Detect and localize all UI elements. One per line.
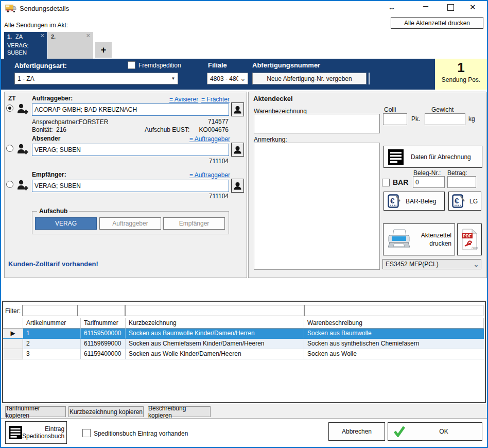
speditionsbuch-checkbox[interactable] (82, 429, 91, 437)
cell-warenbeschreibung[interactable]: Socken aus Wolle (304, 349, 484, 359)
filter-input-tarifnummer[interactable] (78, 305, 125, 316)
aufschub-auftraggeber-label: Auftraggeber (112, 220, 148, 227)
bar-checkbox[interactable] (382, 179, 390, 186)
cancel-button[interactable]: Abbrechen (328, 422, 385, 441)
absender-radio[interactable] (6, 145, 13, 152)
ok-button[interactable]: OK (388, 422, 482, 441)
cell-artikelnummer[interactable]: 1 (23, 329, 81, 339)
row-selector[interactable] (3, 339, 23, 349)
filiale-value: 4803 - 480 (207, 75, 238, 82)
document-lines-icon (388, 149, 404, 165)
daten-abrechnung-button[interactable]: Daten für Abrechnung (384, 146, 482, 168)
table-row[interactable]: ▶ 1 61159500000 Socken aus Baumwolle Kin… (3, 329, 484, 339)
column-header-kurzbezeichnung[interactable]: Kurzbezeichnung (126, 318, 304, 329)
colli-input[interactable] (383, 113, 407, 125)
bar-beleg-button[interactable]: € BAR-Beleg (384, 192, 445, 211)
gewicht-input[interactable] (425, 113, 465, 125)
person-add-icon[interactable] (16, 179, 29, 192)
aktenzettel-label-line1: Aktenzettel (415, 231, 451, 239)
empfaenger-input[interactable] (32, 180, 229, 192)
copy-kurzbezeichnung-button[interactable]: Kurzbezeichnung kopieren (68, 406, 144, 417)
cell-tarifnummer[interactable]: 61159400000 (81, 349, 126, 359)
table-row[interactable]: 2 61159699000 Socken aus Chemiefasern Ki… (3, 339, 484, 349)
sendungsdetails-window: Sendungsdetails ↔ ─ ✕ Alle Sendungen im … (0, 0, 488, 448)
aufschub-auftraggeber-button[interactable]: Auftraggeber (99, 217, 161, 230)
avisierer-link[interactable]: = Avisierer (169, 96, 198, 103)
cell-artikelnummer[interactable]: 2 (23, 339, 81, 349)
svg-text:€: € (455, 196, 459, 205)
anmerkung-textarea[interactable] (254, 143, 380, 270)
filter-input-warenbeschreibung[interactable] (304, 305, 483, 316)
aufschub-empfaenger-button[interactable]: Empfänger (163, 217, 225, 230)
zolltarif-note: Kunden-Zolltarif vorhanden! (8, 260, 98, 268)
filter-input-kurzbezeichnung[interactable] (125, 305, 304, 316)
lg-button[interactable]: € LG (448, 192, 481, 211)
person-add-icon[interactable] (16, 103, 29, 115)
cell-kurzbezeichnung[interactable]: Socken aus Baumwolle Kinder/Damen/Herren (126, 329, 304, 339)
warenbezeichnung-input[interactable] (254, 114, 380, 133)
column-header-warenbeschreibung[interactable]: Warenbeschreibung (304, 318, 484, 329)
daten-abrechnung-label: Daten für Abrechnung (411, 153, 471, 161)
cell-warenbeschreibung[interactable]: Socken aus Baumwolle (304, 329, 484, 339)
column-header-tarifnummer[interactable]: Tarifnummer (81, 318, 126, 329)
add-tab-button[interactable]: + (95, 42, 112, 58)
fraechter-link[interactable]: = Frächter (201, 96, 230, 103)
table-row[interactable]: 3 61159400000 Socken aus Wolle Kinder/Da… (3, 349, 484, 359)
absender-input[interactable] (32, 144, 229, 156)
empfaenger-radio[interactable] (6, 181, 13, 188)
filiale-select[interactable]: 4803 - 480 ⌄ (207, 73, 248, 84)
auftraggeber-number: 714577 (188, 118, 229, 125)
plus-icon: + (101, 45, 107, 56)
contact-card-icon (233, 105, 242, 114)
resize-icon[interactable]: ↔ (388, 3, 395, 11)
copy-tarifnummer-button[interactable]: Tarifnummer kopieren (5, 406, 66, 417)
absender-contact-button[interactable] (231, 143, 244, 157)
euro-receipt-icon: € (388, 194, 401, 208)
cell-kurzbezeichnung[interactable]: Socken aus Chemiefasern Kinder/Damen/Hee… (126, 339, 304, 349)
neue-abfertigungsnr-button[interactable]: Neue Abfertigung-Nr. vergeben (252, 73, 367, 84)
absender-auftraggeber-link[interactable]: = Auftraggeber (189, 135, 230, 143)
tab1-line2: SUBEN (7, 49, 27, 56)
aufschub-eust-value: KO004676 (188, 126, 229, 133)
auftraggeber-radio[interactable] (6, 105, 13, 112)
pdf-export-button[interactable]: PDF Adobe (457, 223, 482, 255)
empfaenger-auftraggeber-link[interactable]: = Auftraggeber (189, 171, 230, 179)
cell-tarifnummer[interactable]: 61159699000 (81, 339, 126, 349)
auftraggeber-input[interactable] (32, 104, 229, 116)
betrag-input[interactable] (447, 176, 476, 188)
empfaenger-contact-button[interactable] (231, 179, 244, 193)
copy-beschreibung-button[interactable]: Beschreibung kopieren (148, 406, 211, 417)
bonitaet-label: Bonität: (32, 126, 53, 133)
tab-shipment-2[interactable]: 2. ✕ (48, 32, 93, 59)
beleg-nr-input[interactable] (413, 176, 445, 188)
svg-text:€: € (390, 196, 395, 205)
cell-tarifnummer[interactable]: 61159500000 (81, 329, 126, 339)
minimize-icon[interactable]: ─ (423, 2, 428, 10)
row-selector[interactable] (3, 349, 23, 359)
filter-input-artikelnummer[interactable] (22, 305, 78, 316)
printer-select[interactable]: ES3452 MFP(PCL) ⌄ (382, 259, 481, 269)
tab1-close-icon[interactable]: ✕ (40, 32, 45, 39)
fremdspedition-label: Fremdspedition (138, 62, 181, 69)
person-add-icon[interactable] (16, 143, 29, 156)
close-icon[interactable]: ✕ (469, 3, 476, 12)
chevron-down-icon: ⌄ (472, 261, 481, 268)
column-header-artikelnummer[interactable]: Artikelnummer (23, 318, 81, 329)
abfertigungsart-value: 1 - ZA (15, 75, 169, 82)
eintrag-speditionsbuch-button[interactable]: Eintrag Speditionsbuch (5, 421, 67, 444)
bar-label: BAR (393, 178, 408, 186)
cell-artikelnummer[interactable]: 3 (23, 349, 81, 359)
auftraggeber-contact-button[interactable] (231, 102, 244, 116)
print-all-aktenzettel-button[interactable]: Alle Aktenzettel drucken (391, 17, 483, 29)
aufschub-verag-button[interactable]: VERAG (35, 217, 97, 230)
abfertigungsart-select[interactable]: 1 - ZA ▼ (14, 73, 178, 84)
tab-shipment-1[interactable]: 1. ZA ✕ VERAG; SUBEN (4, 32, 47, 59)
contact-card-icon (233, 145, 242, 154)
maximize-icon[interactable] (447, 4, 454, 11)
cell-warenbeschreibung[interactable]: Socken aus synthetischen Chemiefasern (304, 339, 484, 349)
aktenzettel-drucken-button[interactable]: Aktenzettel drucken (383, 223, 455, 255)
cell-kurzbezeichnung[interactable]: Socken aus Wolle Kinder/Damen/Heeren (126, 349, 304, 359)
aufschub-empfaenger-label: Empfänger (179, 220, 210, 227)
fremdspedition-checkbox[interactable] (128, 61, 135, 69)
tab2-close-icon[interactable]: ✕ (86, 32, 91, 39)
